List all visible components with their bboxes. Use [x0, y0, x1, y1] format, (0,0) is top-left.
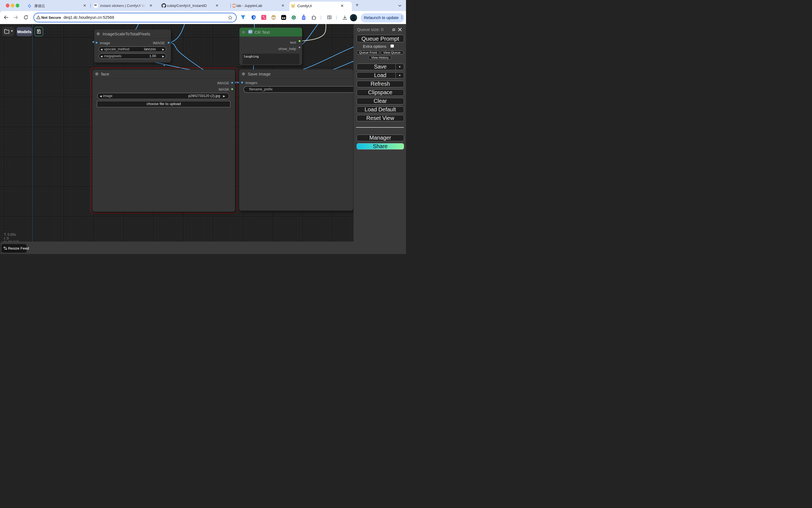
- svg-text:A: A: [264, 17, 266, 19]
